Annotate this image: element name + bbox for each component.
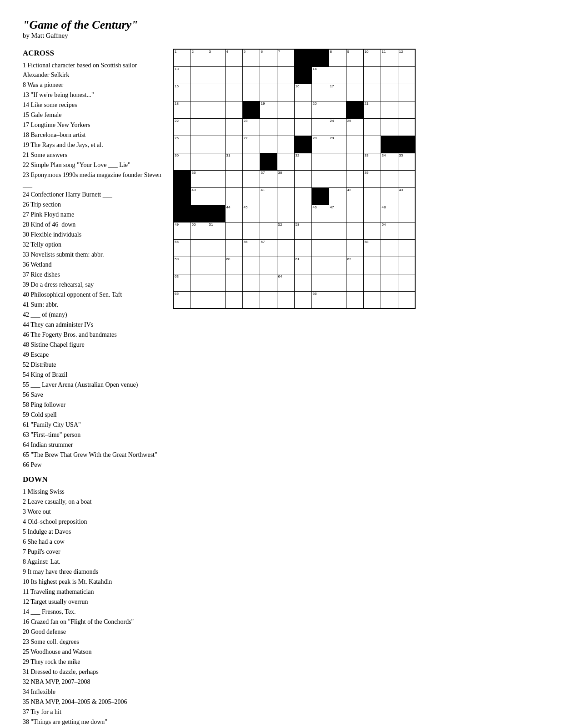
cell-3-1[interactable] (191, 101, 208, 118)
cell-4-8[interactable] (311, 118, 329, 136)
cell-13-6[interactable]: 64 (277, 274, 294, 291)
cell-0-10[interactable]: 9 (346, 49, 363, 66)
cell-7-5[interactable]: 37 (260, 170, 277, 187)
cell-6-2[interactable] (208, 153, 225, 170)
cell-7-4[interactable] (242, 170, 260, 187)
cell-12-2[interactable] (208, 257, 225, 274)
cell-1-1[interactable] (191, 66, 208, 84)
cell-10-6[interactable]: 52 (277, 222, 294, 239)
cell-4-5[interactable] (260, 118, 277, 136)
cell-0-5[interactable]: 6 (260, 49, 277, 66)
cell-9-0[interactable] (173, 205, 191, 222)
cell-14-9[interactable] (329, 291, 346, 308)
cell-1-9[interactable] (329, 66, 346, 84)
cell-2-11[interactable] (363, 84, 381, 101)
cell-4-4[interactable]: 23 (242, 118, 260, 136)
cell-11-5[interactable]: 57 (260, 239, 277, 257)
cell-1-13[interactable] (398, 66, 415, 84)
cell-12-1[interactable] (191, 257, 208, 274)
cell-5-7[interactable] (294, 136, 311, 153)
cell-9-13[interactable] (398, 205, 415, 222)
cell-2-2[interactable] (208, 84, 225, 101)
cell-8-9[interactable] (329, 187, 346, 205)
cell-6-10[interactable] (346, 153, 363, 170)
cell-12-5[interactable] (260, 257, 277, 274)
cell-9-9[interactable]: 47 (329, 205, 346, 222)
cell-13-1[interactable] (191, 274, 208, 291)
cell-10-2[interactable]: 51 (208, 222, 225, 239)
cell-7-1[interactable]: 36 (191, 170, 208, 187)
cell-0-12[interactable]: 11 (381, 49, 398, 66)
cell-3-5[interactable]: 19 (260, 101, 277, 118)
cell-4-13[interactable] (398, 118, 415, 136)
cell-8-5[interactable]: 41 (260, 187, 277, 205)
cell-13-5[interactable] (260, 274, 277, 291)
cell-0-11[interactable]: 10 (363, 49, 381, 66)
cell-14-1[interactable] (191, 291, 208, 308)
cell-11-4[interactable]: 56 (242, 239, 260, 257)
cell-13-3[interactable] (225, 274, 242, 291)
cell-2-9[interactable]: 17 (329, 84, 346, 101)
cell-5-2[interactable] (208, 136, 225, 153)
cell-14-7[interactable] (294, 291, 311, 308)
cell-14-5[interactable] (260, 291, 277, 308)
cell-2-3[interactable] (225, 84, 242, 101)
cell-7-13[interactable] (398, 170, 415, 187)
cell-11-10[interactable] (346, 239, 363, 257)
cell-12-10[interactable]: 62 (346, 257, 363, 274)
cell-12-4[interactable] (242, 257, 260, 274)
cell-7-0[interactable] (173, 170, 191, 187)
cell-14-11[interactable] (363, 291, 381, 308)
cell-13-7[interactable] (294, 274, 311, 291)
cell-11-9[interactable] (329, 239, 346, 257)
cell-13-13[interactable] (398, 274, 415, 291)
cell-11-1[interactable] (191, 239, 208, 257)
cell-11-8[interactable] (311, 239, 329, 257)
cell-9-3[interactable]: 44 (225, 205, 242, 222)
cell-6-1[interactable] (191, 153, 208, 170)
cell-4-10[interactable]: 25 (346, 118, 363, 136)
cell-9-10[interactable] (346, 205, 363, 222)
cell-7-6[interactable]: 38 (277, 170, 294, 187)
cell-11-13[interactable] (398, 239, 415, 257)
cell-4-11[interactable] (363, 118, 381, 136)
cell-10-7[interactable]: 53 (294, 222, 311, 239)
cell-13-2[interactable] (208, 274, 225, 291)
cell-1-0[interactable]: 13 (173, 66, 191, 84)
cell-8-4[interactable] (242, 187, 260, 205)
cell-7-10[interactable] (346, 170, 363, 187)
cell-4-12[interactable] (381, 118, 398, 136)
cell-7-12[interactable] (381, 170, 398, 187)
cell-13-4[interactable] (242, 274, 260, 291)
cell-9-2[interactable] (208, 205, 225, 222)
cell-4-2[interactable] (208, 118, 225, 136)
cell-2-5[interactable] (260, 84, 277, 101)
cell-3-0[interactable]: 18 (173, 101, 191, 118)
cell-13-11[interactable] (363, 274, 381, 291)
cell-6-5[interactable] (260, 153, 277, 170)
cell-1-11[interactable] (363, 66, 381, 84)
cell-5-13[interactable] (398, 136, 415, 153)
cell-4-1[interactable] (191, 118, 208, 136)
cell-3-13[interactable] (398, 101, 415, 118)
cell-13-9[interactable] (329, 274, 346, 291)
cell-1-2[interactable] (208, 66, 225, 84)
cell-10-12[interactable]: 54 (381, 222, 398, 239)
cell-0-13[interactable]: 12 (398, 49, 415, 66)
cell-4-0[interactable]: 22 (173, 118, 191, 136)
cell-14-2[interactable] (208, 291, 225, 308)
cell-2-4[interactable] (242, 84, 260, 101)
cell-5-8[interactable]: 28 (311, 136, 329, 153)
cell-11-6[interactable] (277, 239, 294, 257)
cell-13-0[interactable]: 63 (173, 274, 191, 291)
cell-14-3[interactable] (225, 291, 242, 308)
cell-8-2[interactable] (208, 187, 225, 205)
cell-3-10[interactable] (346, 101, 363, 118)
cell-0-2[interactable]: 3 (208, 49, 225, 66)
cell-14-12[interactable] (381, 291, 398, 308)
cell-2-12[interactable] (381, 84, 398, 101)
cell-1-12[interactable] (381, 66, 398, 84)
cell-4-3[interactable] (225, 118, 242, 136)
cell-8-8[interactable] (311, 187, 329, 205)
cell-12-12[interactable] (381, 257, 398, 274)
